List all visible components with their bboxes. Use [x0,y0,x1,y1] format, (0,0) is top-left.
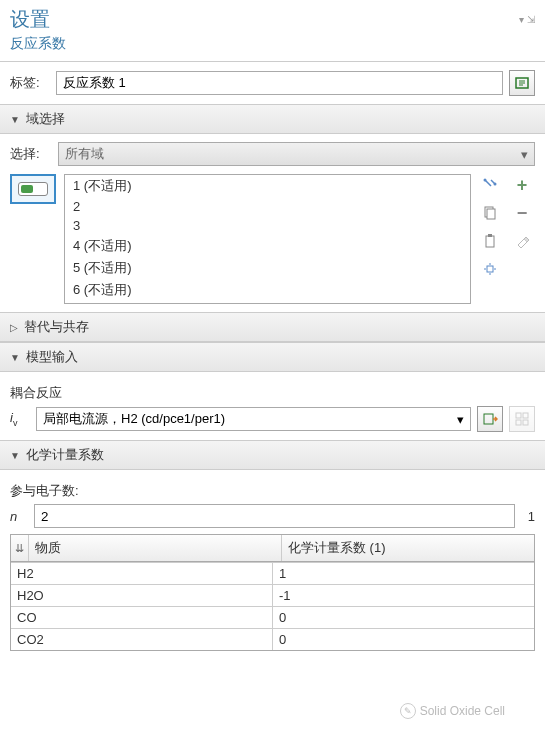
panel-subtitle: 反应系数 [0,35,545,61]
list-item[interactable]: 3 [65,216,470,235]
svg-rect-8 [484,414,493,424]
svg-rect-11 [516,420,521,425]
iv-symbol: iv [10,410,30,428]
svg-rect-10 [523,413,528,418]
cell-species[interactable]: CO [11,607,273,628]
list-item[interactable]: 4 (不适用) [65,235,470,257]
cell-species[interactable]: H2 [11,563,273,584]
chevron-down-icon: ▾ [521,147,528,162]
coupled-reaction-label: 耦合反应 [10,380,535,406]
list-item[interactable]: 6 (不适用) [65,279,470,301]
select-linked-icon[interactable] [479,174,501,196]
table-corner[interactable]: ⇊ [11,535,29,561]
caret-right-icon: ▷ [10,322,18,333]
remove-icon[interactable]: − [511,202,533,224]
table-row[interactable]: H2O -1 [11,584,534,606]
cell-species[interactable]: H2O [11,585,273,606]
selection-dropdown[interactable]: 所有域 ▾ [58,142,535,166]
column-coefficient[interactable]: 化学计量系数 (1) [282,535,534,561]
section-override[interactable]: ▷ 替代与共存 [0,312,545,342]
svg-point-1 [484,179,487,182]
pin-controls[interactable]: ▾ ⇲ [519,14,535,25]
n-unit: 1 [523,509,535,524]
section-stoichiometry[interactable]: ▼ 化学计量系数 [0,440,545,470]
n-symbol: n [10,509,26,524]
section-model-input[interactable]: ▼ 模型输入 [0,342,545,372]
caret-down-icon: ▼ [10,450,20,461]
cell-species[interactable]: CO2 [11,629,273,650]
goto-link-button[interactable] [477,406,503,432]
electrons-label: 参与电子数: [10,478,535,504]
caret-down-icon: ▼ [10,352,20,363]
clear-icon[interactable] [511,230,533,252]
cell-coef[interactable]: 1 [273,563,534,584]
svg-point-2 [494,183,497,186]
list-item[interactable]: 1 (不适用) [65,175,470,197]
goto-source-button[interactable] [509,70,535,96]
n-input[interactable] [34,504,515,528]
create-link-button[interactable] [509,406,535,432]
cell-coef[interactable]: 0 [273,607,534,628]
section-domain-selection-label: 域选择 [26,110,65,128]
column-species[interactable]: 物质 [29,535,282,561]
label-input[interactable] [56,71,503,95]
paste-icon[interactable] [479,230,501,252]
cell-coef[interactable]: -1 [273,585,534,606]
section-override-label: 替代与共存 [24,318,89,336]
table-row[interactable]: CO2 0 [11,628,534,650]
selection-label: 选择: [10,145,50,163]
selection-dropdown-value: 所有域 [65,145,104,163]
panel-title: 设置 [10,6,50,33]
caret-down-icon: ▼ [10,114,20,125]
label-field-label: 标签: [10,74,50,92]
section-domain-selection[interactable]: ▼ 域选择 [0,104,545,134]
add-icon[interactable]: + [511,174,533,196]
table-row[interactable]: H2 1 [11,562,534,584]
list-item[interactable]: 5 (不适用) [65,257,470,279]
stoichiometry-table: H2 1 H2O -1 CO 0 CO2 0 [10,562,535,651]
svg-rect-7 [487,266,493,272]
copy-icon[interactable] [479,202,501,224]
chevron-down-icon: ▾ [457,412,464,427]
section-stoichiometry-label: 化学计量系数 [26,446,104,464]
section-model-input-label: 模型输入 [26,348,78,366]
svg-rect-6 [488,234,492,237]
table-row[interactable]: CO 0 [11,606,534,628]
coupled-reaction-dropdown[interactable]: 局部电流源，H2 (cd/pce1/per1) ▾ [36,407,471,431]
activate-selection-button[interactable] [10,174,56,204]
cell-coef[interactable]: 0 [273,629,534,650]
coupled-reaction-value: 局部电流源，H2 (cd/pce1/per1) [43,410,225,428]
svg-rect-12 [523,420,528,425]
zoom-extents-icon[interactable] [479,258,501,280]
domain-listbox[interactable]: 1 (不适用) 2 3 4 (不适用) 5 (不适用) 6 (不适用) [64,174,471,304]
list-item[interactable]: 2 [65,197,470,216]
svg-rect-4 [487,209,495,219]
svg-rect-5 [486,236,494,247]
svg-rect-9 [516,413,521,418]
